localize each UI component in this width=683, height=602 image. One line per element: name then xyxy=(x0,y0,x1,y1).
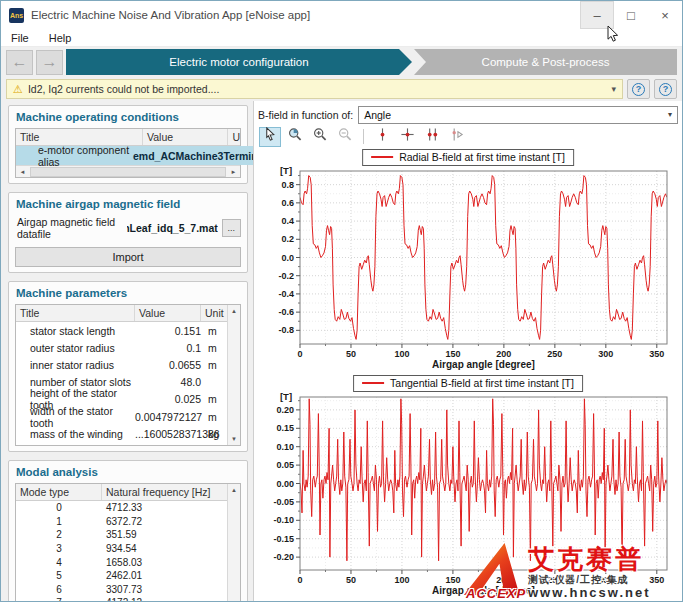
horizontal-scrollbar[interactable]: ◄ ► xyxy=(16,165,240,177)
table-row[interactable]: 04712.33 xyxy=(16,501,227,515)
bfield-function-combobox[interactable]: Angle ▾ xyxy=(358,106,678,124)
cell-mode-type: 2 xyxy=(16,529,102,540)
chevron-down-icon: ▾ xyxy=(668,110,672,119)
app-window: Ans Electric Machine Noise And Vibration… xyxy=(0,0,683,602)
vertical-scrollbar[interactable]: ▲ ▼ xyxy=(227,305,240,445)
table-row[interactable]: 52462.01 xyxy=(16,569,227,583)
chart-legend: Radial B-field at first time instant [T] xyxy=(362,149,574,166)
cell-mode-type: 1 xyxy=(16,516,102,527)
warning-bar: ⚠ Id2, Iq2 currents could not be importe… xyxy=(1,77,682,101)
legend-label: Tangential B-field at first time instant… xyxy=(390,377,574,389)
scroll-right-icon[interactable]: ► xyxy=(227,169,240,175)
tangential-bfield-chart[interactable]: Tangential B-field at first time instant… xyxy=(258,374,678,600)
table-row[interactable]: stator stack length0.151m xyxy=(16,322,227,339)
cell-title: outer stator radius xyxy=(16,342,135,354)
svg-text:200: 200 xyxy=(496,575,511,585)
warning-icon: ⚠ xyxy=(13,83,23,96)
app-icon: Ans xyxy=(9,8,24,23)
maximize-button[interactable]: □ xyxy=(614,1,648,29)
zoom-out-tool-button[interactable] xyxy=(334,127,356,147)
cell-value: 0.025 xyxy=(135,393,201,405)
cursor-single-tool-button[interactable] xyxy=(371,127,393,147)
zoom-in-icon xyxy=(312,127,328,146)
scroll-up-icon[interactable]: ▲ xyxy=(231,484,237,496)
cursor-cross-icon xyxy=(400,127,415,146)
vertical-scrollbar[interactable]: ▲ ▼ xyxy=(227,484,240,602)
cell-mode-type: 3 xyxy=(16,543,102,554)
svg-text:-0.8: -0.8 xyxy=(278,325,294,335)
menu-file[interactable]: File xyxy=(11,32,29,44)
table-row[interactable]: 3934.54 xyxy=(16,542,227,556)
col-natural-frequency: Natural frequency [Hz] xyxy=(102,484,227,500)
cell-frequency: 3307.73 xyxy=(102,584,227,595)
chart-line-series xyxy=(300,398,667,560)
legend-label: Radial B-field at first time instant [T] xyxy=(399,151,565,163)
svg-text:150: 150 xyxy=(445,575,460,585)
table-row[interactable]: outer stator radius0.1m xyxy=(16,339,227,356)
pointer-icon xyxy=(263,127,278,146)
table-row[interactable]: 16372.72 xyxy=(16,515,227,529)
datafile-field[interactable]: NissanLeaf_idq_5_7.mat xyxy=(127,222,218,234)
table-row[interactable]: mass of the winding...1600528371386kg xyxy=(16,425,227,442)
back-button[interactable]: ← xyxy=(6,50,33,75)
col-value: Value xyxy=(143,129,228,145)
svg-text:50: 50 xyxy=(346,349,356,359)
table-row[interactable]: 74172.12 xyxy=(16,596,227,602)
scroll-down-icon[interactable]: ▼ xyxy=(231,433,237,445)
cell-mode-type: 6 xyxy=(16,584,102,595)
browse-button[interactable]: ... xyxy=(222,219,241,237)
scrollbar-thumb[interactable] xyxy=(30,167,226,177)
import-button[interactable]: Import xyxy=(15,247,241,267)
table-row[interactable]: 2351.59 xyxy=(16,528,227,542)
table-row[interactable]: 63307.73 xyxy=(16,583,227,597)
scroll-up-icon[interactable]: ▲ xyxy=(231,305,237,317)
col-unit: Unit xyxy=(201,305,227,321)
svg-text:Airgap angle [degree]: Airgap angle [degree] xyxy=(432,359,535,370)
radial-bfield-chart[interactable]: Radial B-field at first time instant [T]… xyxy=(258,148,678,374)
help-tools-button[interactable]: ? xyxy=(654,79,677,99)
svg-text:Airgap angle [degree]: Airgap angle [degree] xyxy=(432,585,535,596)
cell-frequency: 4712.33 xyxy=(102,502,227,513)
svg-text:-0.6: -0.6 xyxy=(278,307,294,317)
cursor-double-tool-button[interactable] xyxy=(421,127,443,147)
forward-button[interactable]: → xyxy=(36,50,63,75)
col-value: Value xyxy=(135,305,201,321)
bfield-function-label: B-field in function of: xyxy=(258,109,353,121)
svg-text:350: 350 xyxy=(649,575,664,585)
chart-canvas[interactable]: 0501001502002503003500.200.150.100.050.0… xyxy=(258,390,676,598)
airgap-field-heading: Machine airgap magnetic field xyxy=(16,198,241,210)
table-row[interactable]: inner stator radius0.0655m xyxy=(16,356,227,373)
zoom-region-icon xyxy=(287,127,303,146)
cell-frequency: 934.54 xyxy=(102,543,227,554)
table-header: Mode type Natural frequency [Hz] xyxy=(16,484,227,501)
table-row[interactable]: width of the stator tooth0.0047972127m xyxy=(16,408,227,425)
cell-unit: m xyxy=(201,359,227,371)
pointer-tool-button[interactable] xyxy=(259,127,281,147)
plot-toolbar xyxy=(258,125,678,148)
close-button[interactable]: × xyxy=(648,1,682,29)
menu-help[interactable]: Help xyxy=(49,32,72,44)
datafile-value: NissanLeaf_idq_5_7.mat xyxy=(127,222,218,234)
machine-parameters-table: Title Value Unit stator stack length0.15… xyxy=(15,304,241,446)
cursor-cross-tool-button[interactable] xyxy=(396,127,418,147)
svg-text:-0.4: -0.4 xyxy=(278,289,294,299)
help-button[interactable]: ? xyxy=(627,79,650,99)
help-icon: ? xyxy=(632,83,645,96)
window-title: Electric Machine Noise And Vibration App… xyxy=(31,9,580,21)
zoom-in-tool-button[interactable] xyxy=(309,127,331,147)
tab-electric-motor-configuration[interactable]: Electric motor configuration xyxy=(66,49,412,75)
warning-dropdown[interactable]: ⚠ Id2, Iq2 currents could not be importe… xyxy=(6,79,623,99)
zoom-region-tool-button[interactable] xyxy=(284,127,306,147)
combobox-value: Angle xyxy=(364,109,391,121)
tab-compute-post-process[interactable]: Compute & Post-process xyxy=(414,49,677,75)
cursor-track-tool-button[interactable] xyxy=(446,127,468,147)
cell-title: stator stack length xyxy=(16,325,135,337)
table-row[interactable]: e-motor component alias emd_ACMachine3Te… xyxy=(16,146,240,165)
scroll-left-icon[interactable]: ◄ xyxy=(16,169,29,175)
col-mode-type: Mode type xyxy=(16,484,102,500)
svg-text:0.2: 0.2 xyxy=(281,234,294,244)
table-row[interactable]: 41658.03 xyxy=(16,555,227,569)
minimize-button[interactable]: – xyxy=(580,1,614,29)
chart-canvas[interactable]: 0501001502002503003500.80.60.40.20.0-0.2… xyxy=(258,164,676,372)
warning-text: Id2, Iq2 currents could not be imported.… xyxy=(28,83,219,95)
